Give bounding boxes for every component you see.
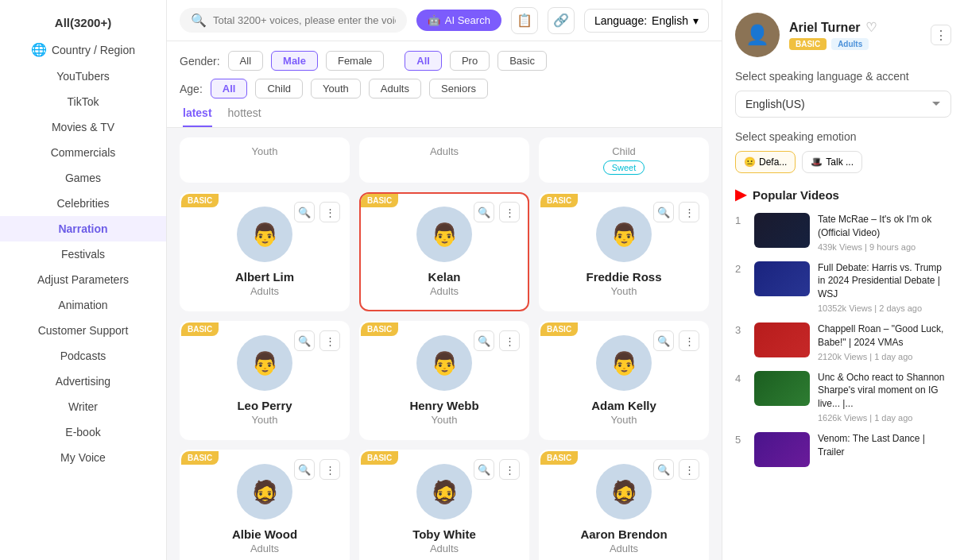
plan-basic-btn[interactable]: Basic (497, 51, 547, 71)
plan-pro-btn[interactable]: Pro (450, 51, 490, 71)
video-item-3[interactable]: 3 Chappell Roan – "Good Luck, Babe!" | 2… (735, 322, 951, 361)
language-selector[interactable]: Language: English ▾ (584, 9, 709, 33)
more-options-btn[interactable]: ⋮ (679, 459, 699, 480)
profile-name: Ariel Turner ♡ (789, 20, 921, 35)
tab-hottest[interactable]: hottest (228, 106, 261, 127)
sidebar-item-celebrities[interactable]: Celebrities (0, 191, 166, 216)
sidebar-item-advertising[interactable]: Advertising (0, 369, 166, 394)
more-options-btn[interactable]: ⋮ (499, 330, 520, 351)
voice-card-freddie-ross[interactable]: BASIC 🔍 ⋮ 👨 Freddie Ross Youth (539, 192, 709, 311)
ai-icon: 🤖 (428, 14, 440, 26)
basic-badge: BASIC (540, 451, 578, 465)
video-info: Venom: The Last Dance | Trailer (818, 432, 951, 462)
sidebar-item-movies-tv[interactable]: Movies & TV (0, 114, 166, 140)
more-options-btn[interactable]: ⋮ (679, 330, 699, 351)
gender-all-btn[interactable]: All (228, 51, 263, 71)
more-options-btn[interactable]: ⋮ (319, 330, 340, 351)
language-accent-select[interactable]: English(US) (735, 91, 951, 118)
voice-card-partial-1[interactable]: Youth (180, 137, 350, 183)
search-voice-btn[interactable]: 🔍 (474, 202, 494, 222)
voice-card-partial-3[interactable]: Child Sweet (539, 137, 709, 183)
globe-icon: 🌐 (31, 42, 47, 57)
emotion-talk-btn[interactable]: 🎩 Talk ... (802, 151, 862, 173)
search-voice-btn[interactable]: 🔍 (474, 330, 494, 351)
search-voice-btn[interactable]: 🔍 (294, 202, 315, 222)
search-input[interactable] (213, 14, 396, 26)
search-voice-btn[interactable]: 🔍 (294, 459, 315, 480)
voice-card-aaron-brendon[interactable]: BASIC 🔍 ⋮ 🧔 Aaron Brendon Adults (539, 450, 709, 560)
voice-card-partial-2[interactable]: Adults (359, 137, 529, 183)
emotion-default-btn[interactable]: 😐 Defa... (735, 151, 796, 173)
more-options-btn[interactable]: ⋮ (319, 459, 340, 480)
plan-all-btn[interactable]: All (405, 51, 442, 71)
age-all-btn[interactable]: All (211, 79, 248, 98)
sidebar-item-festivals[interactable]: Festivals (0, 241, 166, 267)
voice-card-leo-perry[interactable]: BASIC 🔍 ⋮ 👨 Leo Perry Youth (180, 321, 350, 440)
youtube-icon: ▶ (735, 186, 746, 203)
profile-header: 👤 Ariel Turner ♡ BASIC Adults ⋮ (735, 13, 951, 57)
sidebar-item-my-voice[interactable]: My Voice (0, 445, 166, 470)
video-meta: 1626k Views | 1 day ago (818, 413, 951, 423)
sidebar-item-animation[interactable]: Animation (0, 292, 166, 318)
sidebar-item-youtubers[interactable]: YouTubers (0, 64, 166, 89)
video-item-4[interactable]: 4 Unc & Ocho react to Shannon Sharpe's v… (735, 371, 951, 423)
basic-badge: BASIC (361, 194, 398, 207)
age-adults-btn[interactable]: Adults (369, 79, 421, 98)
sidebar-item-podcasts[interactable]: Podcasts (0, 343, 166, 369)
more-options-button[interactable]: ⋮ (931, 25, 951, 45)
sidebar-item-country[interactable]: 🌐 Country / Region (0, 36, 166, 64)
voice-name: Henry Webb (409, 399, 478, 412)
video-item-2[interactable]: 2 Full Debate: Harris vs. Trump in 2024 … (735, 261, 951, 313)
avatar: 👨 (237, 207, 292, 262)
sidebar-item-customer-support[interactable]: Customer Support (0, 318, 166, 343)
sidebar-item-commercials[interactable]: Commercials (0, 140, 166, 165)
sidebar-item-games[interactable]: Games (0, 165, 166, 191)
main-content: 🔍 🤖 AI Search 📋 🔗 Language: English ▾ Ge… (167, 0, 722, 560)
voice-card-albie-wood[interactable]: BASIC 🔍 ⋮ 🧔 Albie Wood Adults (180, 450, 350, 560)
voice-grid: Youth Adults Child Sweet BASIC 🔍 ⋮ 👨 Alb… (180, 137, 709, 560)
video-number: 3 (735, 324, 746, 336)
sidebar-item-all[interactable]: All(3200+) (0, 10, 166, 36)
ai-search-button[interactable]: 🤖 AI Search (416, 10, 501, 31)
more-options-btn[interactable]: ⋮ (499, 459, 520, 480)
gender-label: Gender: (180, 55, 220, 68)
gender-filter-row: Gender: All Male Female All Pro Basic (180, 51, 709, 71)
voice-card-albert-lim[interactable]: BASIC 🔍 ⋮ 👨 Albert Lim Adults (180, 192, 350, 311)
age-seniors-btn[interactable]: Seniors (429, 79, 488, 98)
sidebar-item-tiktok[interactable]: TikTok (0, 89, 166, 114)
tab-latest[interactable]: latest (183, 106, 212, 127)
right-panel: 👤 Ariel Turner ♡ BASIC Adults ⋮ Select s… (722, 0, 964, 560)
copy-icon-button[interactable]: 📋 (511, 7, 538, 34)
voice-card-kelan[interactable]: BASIC 🔍 ⋮ 👨 Kelan Adults (359, 192, 529, 311)
voice-card-toby-white[interactable]: BASIC 🔍 ⋮ 🧔 Toby White Adults (359, 450, 529, 560)
sidebar-item-adjust-params[interactable]: Adjust Parameters (0, 267, 166, 292)
video-title: Tate McRae – It's ok I'm ok (Official Vi… (818, 213, 951, 240)
search-voice-btn[interactable]: 🔍 (294, 330, 315, 351)
age-youth-btn[interactable]: Youth (311, 79, 361, 98)
search-box[interactable]: 🔍 (180, 8, 407, 33)
heart-icon[interactable]: ♡ (865, 20, 877, 35)
voice-card-henry-webb[interactable]: BASIC 🔍 ⋮ 👨 Henry Webb Youth (359, 321, 529, 440)
video-title: Chappell Roan – "Good Luck, Babe!" | 202… (818, 322, 951, 350)
sidebar-item-writer[interactable]: Writer (0, 394, 166, 419)
gender-male-btn[interactable]: Male (271, 51, 318, 71)
voice-card-adam-kelly[interactable]: BASIC 🔍 ⋮ 👨 Adam Kelly Youth (539, 321, 709, 440)
more-options-btn[interactable]: ⋮ (319, 202, 340, 222)
more-options-btn[interactable]: ⋮ (679, 202, 699, 222)
video-item-1[interactable]: 1 Tate McRae – It's ok I'm ok (Official … (735, 213, 951, 252)
video-item-5[interactable]: 5 Venom: The Last Dance | Trailer (735, 432, 951, 467)
search-voice-btn[interactable]: 🔍 (653, 459, 674, 480)
voice-age: Adults (430, 285, 459, 297)
video-info: Unc & Ocho react to Shannon Sharpe's vir… (818, 371, 951, 423)
age-child-btn[interactable]: Child (255, 79, 303, 98)
more-options-btn[interactable]: ⋮ (499, 202, 520, 222)
search-voice-btn[interactable]: 🔍 (474, 459, 494, 480)
gender-female-btn[interactable]: Female (326, 51, 384, 71)
sweet-tag: Sweet (603, 160, 645, 175)
sidebar-item-ebook[interactable]: E-book (0, 419, 166, 445)
search-voice-btn[interactable]: 🔍 (653, 202, 674, 222)
chevron-down-icon: ▾ (693, 14, 699, 27)
sidebar-item-narration[interactable]: Narration (0, 216, 166, 241)
link-icon-button[interactable]: 🔗 (548, 7, 575, 34)
search-voice-btn[interactable]: 🔍 (653, 330, 674, 351)
